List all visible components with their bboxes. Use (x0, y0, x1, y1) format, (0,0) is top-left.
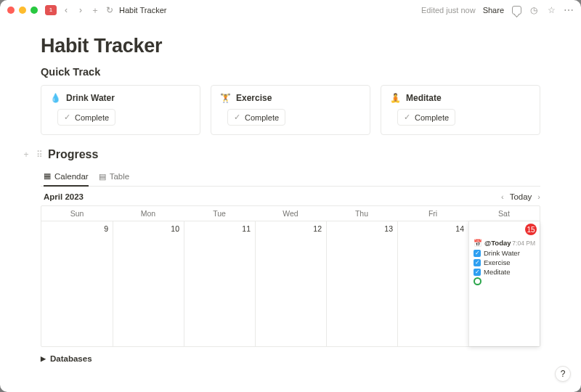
water-drop-icon: 💧 (50, 93, 60, 103)
today-button[interactable]: Today (510, 192, 532, 201)
progress-heading-row: + ⠿ Progress (22, 148, 540, 161)
calendar-day-cell[interactable]: 9 (41, 221, 113, 346)
database-view-tabs: ▦ Calendar ▤ Table (41, 167, 540, 187)
status-ring-icon (474, 277, 482, 285)
calendar-weekday-row: Sun Mon Tue Wed Thu Fri Sat (41, 206, 540, 221)
triangle-right-icon: ▶ (41, 355, 46, 362)
calendar-day-cell-today[interactable]: 15 📅 @Today 7:04 PM ✓Drink Water ✓Exerci… (468, 221, 540, 346)
reload-icon[interactable]: ↻ (105, 5, 115, 15)
habit-card-title: Meditate (406, 93, 442, 103)
calendar-grid: Sun Mon Tue Wed Thu Fri Sat 9 10 11 12 1… (41, 205, 540, 347)
checkbox-checked-icon[interactable]: ✓ (474, 250, 481, 257)
check-icon: ✓ (404, 113, 410, 122)
entry-icon: 📅 (474, 239, 482, 247)
habit-card-title: Exercise (236, 93, 272, 103)
entry-habit: Drink Water (484, 249, 520, 257)
dumbbell-icon: 🏋 (220, 93, 230, 103)
calendar-day-cell[interactable]: 12 (255, 221, 326, 346)
entry-habit: Exercise (484, 258, 510, 266)
quick-track-cards: 💧 Drink Water ✓ Complete 🏋 Exercise ✓ Co… (41, 85, 540, 135)
minimize-window-button[interactable] (19, 7, 26, 14)
habit-card[interactable]: 🏋 Exercise ✓ Complete (211, 85, 370, 135)
habit-card-title: Drink Water (66, 93, 115, 103)
weekday-label: Sat (468, 206, 540, 221)
favorite-icon[interactable] (546, 5, 556, 15)
next-month-button[interactable]: › (537, 192, 540, 201)
weekday-label: Thu (326, 206, 397, 221)
window-controls (7, 7, 38, 14)
page-title[interactable]: Habit Tracker (41, 35, 540, 57)
prev-month-button[interactable]: ‹ (501, 192, 504, 201)
help-button[interactable]: ? (555, 366, 571, 382)
tab-table[interactable]: ▤ Table (99, 168, 130, 186)
habit-card[interactable]: 🧘 Meditate ✓ Complete (381, 85, 540, 135)
progress-heading: Progress (48, 148, 98, 161)
weekday-label: Wed (255, 206, 326, 221)
calendar-icon: ▦ (44, 171, 51, 181)
quick-track-heading: Quick Track (41, 66, 540, 78)
complete-button[interactable]: ✓ Complete (397, 109, 455, 126)
drag-handle-icon[interactable]: ⠿ (35, 150, 44, 160)
entry-time: 7:04 PM (512, 240, 535, 247)
entry-habit: Meditate (484, 268, 510, 276)
calendar-day-cell[interactable]: 14 (397, 221, 468, 346)
weekday-label: Mon (113, 206, 184, 221)
zoom-window-button[interactable] (31, 7, 38, 14)
check-icon: ✓ (64, 113, 70, 122)
breadcrumb[interactable]: Habit Tracker (119, 6, 166, 15)
calendar-header: April 2023 ‹ Today › (41, 192, 540, 201)
complete-button[interactable]: ✓ Complete (57, 109, 115, 126)
nav-back-button[interactable]: ‹ (61, 5, 71, 15)
more-menu-icon[interactable] (564, 5, 574, 15)
habit-card[interactable]: 💧 Drink Water ✓ Complete (41, 85, 200, 135)
calendar-day-cell[interactable]: 11 (184, 221, 255, 346)
table-icon: ▤ (99, 172, 106, 181)
calendar-day-cell[interactable]: 10 (113, 221, 184, 346)
edited-timestamp: Edited just now (421, 6, 476, 15)
calendar-day-cell[interactable]: 13 (326, 221, 397, 346)
check-icon: ✓ (234, 113, 240, 122)
tab-calendar[interactable]: ▦ Calendar (44, 167, 89, 187)
databases-toggle[interactable]: ▶ Databases (41, 354, 540, 363)
page-body: Habit Tracker Quick Track 💧 Drink Water … (0, 20, 581, 392)
checkbox-checked-icon[interactable]: ✓ (474, 269, 481, 276)
nav-forward-button[interactable]: › (76, 5, 86, 15)
close-window-button[interactable] (7, 7, 15, 14)
comments-icon[interactable] (511, 5, 521, 15)
checkbox-checked-icon[interactable]: ✓ (474, 259, 481, 266)
complete-button[interactable]: ✓ Complete (227, 109, 285, 126)
sidebar-toggle-button[interactable]: 1 (45, 5, 57, 15)
entry-title: @Today (484, 239, 511, 247)
weekday-label: Tue (184, 206, 255, 221)
calendar-entry[interactable]: 📅 @Today 7:04 PM ✓Drink Water ✓Exercise … (474, 239, 535, 285)
weekday-label: Fri (397, 206, 468, 221)
calendar-month-label: April 2023 (44, 192, 84, 201)
add-block-icon[interactable]: + (22, 150, 31, 160)
titlebar: 1 ‹ › ＋ ↻ Habit Tracker Edited just now … (0, 0, 581, 20)
new-page-button[interactable]: ＋ (90, 4, 100, 17)
updates-icon[interactable] (529, 5, 539, 15)
share-button[interactable]: Share (483, 6, 504, 15)
calendar-week-row: 9 10 11 12 13 14 15 📅 @Today 7:04 PM (41, 221, 540, 346)
lotus-icon: 🧘 (390, 93, 400, 103)
app-window: 1 ‹ › ＋ ↻ Habit Tracker Edited just now … (0, 0, 581, 392)
weekday-label: Sun (41, 206, 113, 221)
